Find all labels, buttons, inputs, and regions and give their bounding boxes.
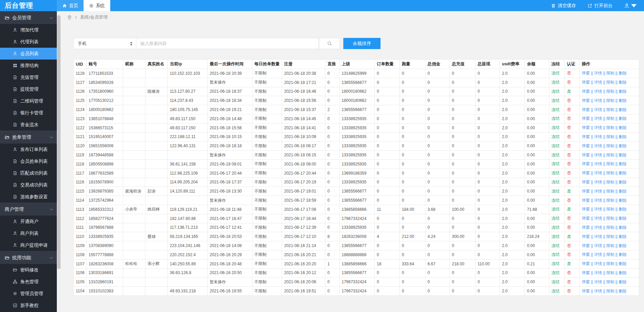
action-delete-link[interactable]: 删除 xyxy=(619,261,627,266)
action-detail-link[interactable]: 详情 xyxy=(594,125,602,130)
freeze-link[interactable]: 冻结 xyxy=(551,289,559,293)
sidebar-item[interactable]: 商户提现申请 xyxy=(0,239,57,251)
action-detail-link[interactable]: 详情 xyxy=(594,80,602,85)
action-popup-link[interactable]: 弹窗 xyxy=(582,125,590,130)
action-restrict-link[interactable]: 限制 xyxy=(606,270,614,275)
open-frontend-button[interactable]: 打开前台 xyxy=(588,3,613,9)
freeze-link[interactable]: 冻结 xyxy=(551,143,559,148)
action-detail-link[interactable]: 详情 xyxy=(594,207,602,211)
action-detail-link[interactable]: 详情 xyxy=(594,143,602,148)
action-restrict-link[interactable]: 限制 xyxy=(606,134,614,139)
action-detail-link[interactable]: 详情 xyxy=(594,234,602,239)
search-input[interactable] xyxy=(136,38,319,49)
sidebar-item[interactable]: 发布订单列表 xyxy=(0,143,57,155)
action-popup-link[interactable]: 弹窗 xyxy=(582,270,590,275)
sidebar-item[interactable]: 资金流水 xyxy=(0,119,57,131)
sidebar-item[interactable]: 推荐结构 xyxy=(0,60,57,71)
action-restrict-link[interactable]: 限制 xyxy=(606,225,614,230)
action-popup-link[interactable]: 弹窗 xyxy=(582,89,590,94)
action-detail-link[interactable]: 详情 xyxy=(594,134,602,139)
action-delete-link[interactable]: 删除 xyxy=(619,216,627,221)
sidebar-item[interactable]: 游戏参数设置 xyxy=(0,191,57,203)
freeze-link[interactable]: 冻结 xyxy=(551,89,559,94)
action-detail-link[interactable]: 详情 xyxy=(594,252,602,257)
action-popup-link[interactable]: 弹窗 xyxy=(582,107,590,112)
user-menu[interactable] xyxy=(624,3,637,8)
clear-cache-button[interactable]: 清空缓存 xyxy=(551,3,576,9)
freeze-link[interactable]: 冻结 xyxy=(551,171,559,175)
action-delete-link[interactable]: 删除 xyxy=(619,116,627,121)
action-restrict-link[interactable]: 限制 xyxy=(606,107,614,112)
sidebar-item[interactable]: 会员抢单列表 xyxy=(0,155,57,167)
action-restrict-link[interactable]: 限制 xyxy=(606,80,614,85)
freeze-link[interactable]: 冻结 xyxy=(551,134,559,139)
action-detail-link[interactable]: 详情 xyxy=(594,261,602,266)
freeze-link[interactable]: 冻结 xyxy=(551,80,559,85)
freeze-link[interactable]: 冻结 xyxy=(551,261,559,266)
action-detail-link[interactable]: 详情 xyxy=(594,153,602,157)
freeze-link[interactable]: 冻结 xyxy=(551,270,559,275)
freeze-link[interactable]: 冻结 xyxy=(551,107,559,112)
action-popup-link[interactable]: 弹窗 xyxy=(582,180,590,184)
sidebar-item[interactable]: 提现管理 xyxy=(0,83,57,95)
action-delete-link[interactable]: 删除 xyxy=(619,143,627,148)
balance-sort-button[interactable]: 余额排序 xyxy=(343,38,381,49)
action-popup-link[interactable]: 弹窗 xyxy=(582,252,590,257)
action-popup-link[interactable]: 弹窗 xyxy=(582,234,590,239)
sidebar-item[interactable]: 充值管理 xyxy=(0,71,57,83)
tab-home[interactable]: 首页 xyxy=(57,0,84,11)
action-popup-link[interactable]: 弹窗 xyxy=(582,71,590,75)
sidebar-group-header[interactable]: 统用功能 xyxy=(0,251,57,264)
freeze-link[interactable]: 冻结 xyxy=(551,189,559,194)
action-delete-link[interactable]: 删除 xyxy=(619,280,627,284)
action-detail-link[interactable]: 详情 xyxy=(594,189,602,194)
action-detail-link[interactable]: 详情 xyxy=(594,243,602,248)
action-delete-link[interactable]: 删除 xyxy=(619,180,627,184)
action-detail-link[interactable]: 详情 xyxy=(594,289,602,293)
freeze-link[interactable]: 冻结 xyxy=(551,207,559,211)
sidebar-item[interactable]: 管理员管理 xyxy=(0,288,57,299)
freeze-link[interactable]: 冻结 xyxy=(551,180,559,184)
sidebar-item[interactable]: 代理列表 xyxy=(0,36,57,48)
action-popup-link[interactable]: 弹窗 xyxy=(582,207,590,211)
action-detail-link[interactable]: 详情 xyxy=(594,198,602,203)
action-detail-link[interactable]: 详情 xyxy=(594,270,602,275)
action-delete-link[interactable]: 删除 xyxy=(619,98,627,103)
freeze-link[interactable]: 冻结 xyxy=(551,198,559,203)
action-popup-link[interactable]: 弹窗 xyxy=(582,153,590,157)
action-popup-link[interactable]: 弹窗 xyxy=(582,225,590,230)
sidebar-item[interactable]: 二维码管理 xyxy=(0,95,57,107)
action-restrict-link[interactable]: 限制 xyxy=(606,143,614,148)
action-restrict-link[interactable]: 限制 xyxy=(606,98,614,103)
action-detail-link[interactable]: 详情 xyxy=(594,180,602,184)
action-detail-link[interactable]: 详情 xyxy=(594,171,602,175)
sidebar-item[interactable]: 交易成功列表 xyxy=(0,179,57,191)
action-delete-link[interactable]: 删除 xyxy=(619,243,627,248)
freeze-link[interactable]: 冻结 xyxy=(551,234,559,239)
freeze-link[interactable]: 冻结 xyxy=(551,125,559,130)
action-delete-link[interactable]: 删除 xyxy=(619,289,627,293)
action-restrict-link[interactable]: 限制 xyxy=(606,153,614,157)
action-detail-link[interactable]: 详情 xyxy=(594,216,602,221)
action-popup-link[interactable]: 弹窗 xyxy=(582,261,590,266)
action-restrict-link[interactable]: 限制 xyxy=(606,161,614,166)
action-popup-link[interactable]: 弹窗 xyxy=(582,134,590,139)
action-detail-link[interactable]: 详情 xyxy=(594,71,602,75)
sidebar-item[interactable]: 匹配成功列表 xyxy=(0,167,57,179)
action-popup-link[interactable]: 弹窗 xyxy=(582,161,590,166)
action-delete-link[interactable]: 删除 xyxy=(619,161,627,166)
action-restrict-link[interactable]: 限制 xyxy=(606,171,614,175)
action-restrict-link[interactable]: 限制 xyxy=(606,289,614,293)
action-popup-link[interactable]: 弹窗 xyxy=(582,171,590,175)
search-field-select[interactable]: 手机 xyxy=(73,38,136,49)
action-delete-link[interactable]: 删除 xyxy=(619,89,627,94)
action-detail-link[interactable]: 详情 xyxy=(594,107,602,112)
action-popup-link[interactable]: 弹窗 xyxy=(582,198,590,203)
search-button[interactable] xyxy=(319,38,340,49)
action-delete-link[interactable]: 删除 xyxy=(619,198,627,203)
action-delete-link[interactable]: 删除 xyxy=(619,225,627,230)
sidebar-group-header[interactable]: 会员管理 xyxy=(0,11,57,24)
action-popup-link[interactable]: 弹窗 xyxy=(582,116,590,121)
action-restrict-link[interactable]: 限制 xyxy=(606,261,614,266)
action-delete-link[interactable]: 删除 xyxy=(619,189,627,194)
